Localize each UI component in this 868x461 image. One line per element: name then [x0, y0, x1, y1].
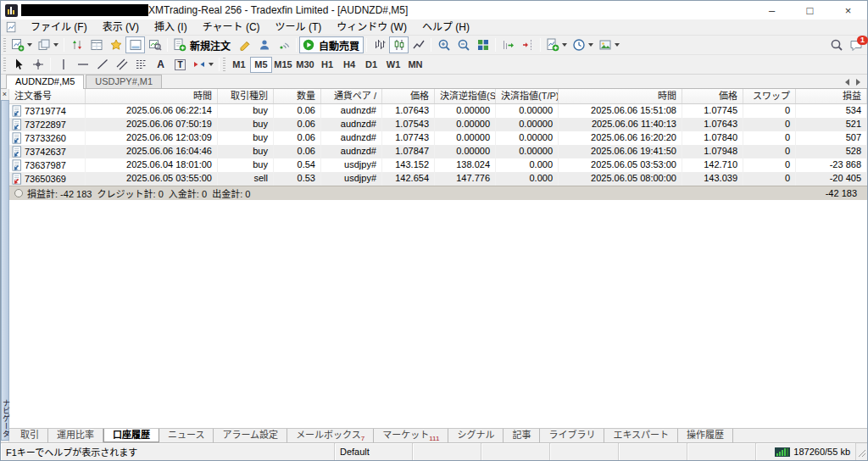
menu-item[interactable]: チャート (C)	[195, 19, 268, 35]
terminal-tab[interactable]: エキスパート	[604, 429, 678, 442]
bar-chart-button[interactable]	[370, 36, 389, 53]
menu-item[interactable]: 表示 (V)	[95, 19, 147, 35]
dropdown-caret-icon	[615, 43, 620, 47]
terminal-tab[interactable]: 記事	[504, 429, 540, 442]
timeframe-button[interactable]: M15	[272, 57, 294, 73]
tab-scroll-left-icon[interactable]	[845, 79, 849, 86]
col-close-time[interactable]: 時間	[559, 89, 682, 103]
arrows-button[interactable]	[190, 56, 216, 73]
notifications-button[interactable]: 1	[846, 36, 865, 53]
signals-button[interactable]	[274, 36, 293, 53]
toolbar-drag-handle[interactable]	[223, 58, 225, 71]
terminal-tab[interactable]: メールボックス7	[287, 429, 374, 442]
col-type[interactable]: 取引種別	[218, 89, 274, 103]
menu-item[interactable]: ヘルプ (H)	[415, 19, 477, 35]
zoom-in-button[interactable]	[434, 36, 453, 53]
terminal-tab[interactable]: 取引	[12, 429, 48, 442]
autotrading-button[interactable]: 自動売買	[299, 36, 364, 53]
col-order[interactable]: 注文番号	[9, 89, 86, 103]
timeframe-button[interactable]: H1	[316, 57, 338, 73]
chart-tab[interactable]: AUDNZD#,M5	[6, 75, 84, 89]
col-tp[interactable]: 決済指値(T/P)	[496, 89, 559, 103]
swap: 0	[743, 172, 796, 186]
timeframe-button[interactable]: D1	[360, 57, 382, 73]
col-close-price[interactable]: 価格	[682, 89, 743, 103]
toolbar-drag-handle[interactable]	[3, 58, 6, 71]
new-chart-button[interactable]	[8, 36, 35, 53]
terminal-tab[interactable]: 口座履歴	[103, 429, 159, 442]
col-swap[interactable]: スワップ	[743, 89, 796, 103]
status-profile[interactable]: Default	[335, 443, 413, 460]
timeframe-button[interactable]: M1	[228, 57, 250, 73]
navigator-vertical-tab[interactable]: ナビゲータ	[1, 100, 9, 441]
auto-scroll-button[interactable]	[498, 36, 518, 53]
history-row[interactable]: 73650369 2025.06.05 03:55:00 sell 0.53 u…	[9, 172, 867, 186]
zoom-out-button[interactable]	[453, 36, 473, 53]
crosshair-button[interactable]	[28, 56, 47, 73]
timeframe-button[interactable]: M5	[250, 57, 272, 73]
vertical-line-button[interactable]	[53, 56, 73, 73]
channel-button[interactable]	[112, 56, 131, 73]
timeframe-button[interactable]: H4	[338, 57, 360, 73]
line-chart-button[interactable]	[409, 36, 428, 53]
history-row[interactable]: 73742637 2025.06.06 16:04:46 buy 0.06 au…	[9, 145, 867, 158]
indicators-button[interactable]	[543, 36, 570, 53]
timeframe-button[interactable]: W1	[382, 57, 404, 73]
search-button[interactable]	[826, 36, 846, 53]
trendline-button[interactable]	[92, 56, 112, 73]
label-tool-button[interactable]: T	[170, 56, 190, 73]
data-window-button[interactable]	[86, 36, 106, 53]
terminal-tab[interactable]: ニュース	[159, 429, 214, 442]
periods-button[interactable]	[570, 36, 596, 53]
market-watch-button[interactable]	[67, 36, 86, 53]
col-open-time[interactable]: 時間	[86, 89, 218, 103]
maximize-button[interactable]: □	[791, 1, 829, 19]
profiles-button[interactable]	[35, 36, 61, 53]
candlestick-button[interactable]	[389, 36, 409, 53]
col-price[interactable]: 価格	[382, 89, 435, 103]
chart-tab[interactable]: USDJPY#,M1	[86, 75, 162, 88]
history-row[interactable]: 73722897 2025.06.06 07:50:19 buy 0.06 au…	[9, 118, 867, 131]
tab-scroll-right-icon[interactable]	[856, 79, 860, 86]
metaeditor-button[interactable]	[235, 36, 254, 53]
fibonacci-button[interactable]	[131, 56, 151, 73]
menu-item[interactable]: ファイル (F)	[23, 19, 95, 35]
col-sl[interactable]: 決済逆指値(S...	[435, 89, 496, 103]
col-symbol[interactable]: 通貨ペア /	[321, 89, 382, 103]
terminal-tab[interactable]: マーケット111	[374, 429, 448, 442]
history-row[interactable]: 73733260 2025.06.06 12:03:09 buy 0.06 au…	[9, 131, 867, 145]
cursor-button[interactable]	[8, 56, 28, 73]
history-row[interactable]: 73637987 2025.06.04 18:01:00 buy 0.54 us…	[9, 158, 867, 172]
history-row[interactable]: 73719774 2025.06.06 06:22:14 buy 0.06 au…	[9, 104, 867, 118]
chart-shift-button[interactable]	[518, 36, 537, 53]
terminal-tab[interactable]: 運用比率	[48, 429, 103, 442]
resize-grip[interactable]	[856, 443, 867, 460]
terminal-button[interactable]	[125, 36, 145, 53]
timeframe-button[interactable]: M30	[294, 57, 316, 73]
horizontal-line-button[interactable]	[73, 56, 92, 73]
templates-button[interactable]	[596, 36, 622, 53]
timeframe-button[interactable]: MN	[404, 57, 426, 73]
col-profit[interactable]: 損益	[796, 89, 867, 103]
community-button[interactable]	[254, 36, 274, 53]
new-order-button[interactable]: 新規注文	[170, 36, 235, 53]
menu-item[interactable]: ツール (T)	[268, 19, 330, 35]
close-button[interactable]: ×	[829, 1, 867, 19]
menu-item[interactable]: ウィンドウ (W)	[329, 19, 415, 35]
strategy-tester-button[interactable]	[145, 36, 164, 53]
minimize-button[interactable]: –	[753, 1, 791, 19]
menu-item[interactable]: 挿入 (I)	[147, 19, 195, 35]
navigator-button[interactable]	[106, 36, 125, 53]
tile-windows-button[interactable]	[473, 36, 492, 53]
crosshair-icon	[31, 58, 45, 71]
terminal-tab[interactable]: シグナル	[448, 429, 504, 442]
terminal-tab[interactable]: ライブラリ	[540, 429, 604, 442]
text-tool-button[interactable]: A	[151, 56, 170, 73]
navigator-close-button[interactable]: ×	[1, 89, 8, 99]
account-history-panel: 注文番号 時間 取引種別 数量 通貨ペア / 価格 決済逆指値(S... 決済指…	[9, 89, 867, 442]
navigator-tab-label: ナビゲータ	[1, 399, 12, 437]
col-volume[interactable]: 数量	[274, 89, 321, 103]
terminal-tab[interactable]: 操作履歴	[678, 429, 733, 442]
terminal-tab[interactable]: アラーム設定	[214, 429, 287, 442]
toolbar-drag-handle[interactable]	[3, 38, 6, 52]
